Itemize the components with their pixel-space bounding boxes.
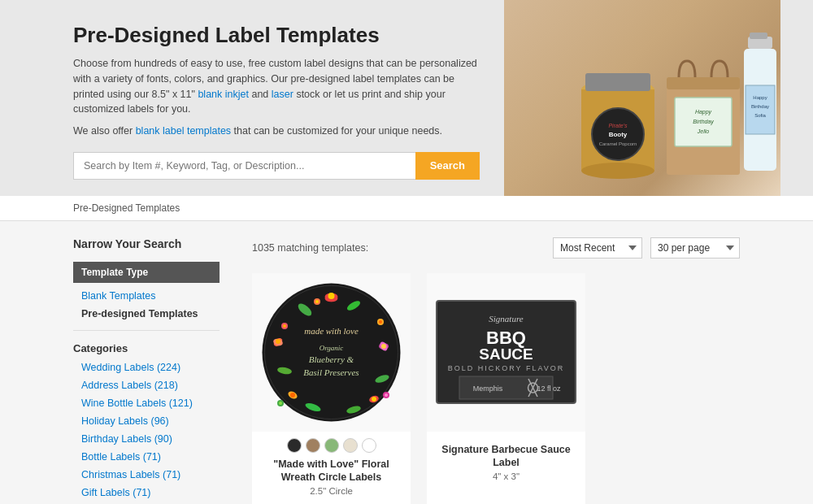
- gift-count: (71): [133, 487, 150, 498]
- hero-illustration: Happy Birthday Jello Pirate's Booty Cara…: [504, 4, 780, 191]
- svg-text:BOLD HICKORY FLAVOR: BOLD HICKORY FLAVOR: [448, 364, 565, 372]
- swatch-green[interactable]: [324, 438, 339, 453]
- holiday-count: (96): [150, 415, 168, 427]
- svg-point-35: [372, 397, 376, 402]
- svg-text:12 fl oz: 12 fl oz: [537, 385, 561, 393]
- bbq-label-svg: Signature BBQ SAUCE BOLD HICKORY FLAVOR …: [435, 299, 577, 405]
- wedding-count: (224): [157, 362, 180, 373]
- per-page-dropdown[interactable]: 30 per page 60 per page 90 per page: [650, 237, 740, 259]
- main-layout: Narrow Your Search Template Type Blank T…: [0, 221, 813, 504]
- sidebar-item-pre-designed[interactable]: Pre-designed Templates: [73, 306, 220, 322]
- svg-point-33: [290, 393, 295, 398]
- svg-text:Memphis: Memphis: [473, 385, 503, 393]
- svg-text:Organic: Organic: [320, 344, 344, 352]
- hero-para2: We also offer blank label templates that…: [73, 124, 480, 139]
- swatch-dark[interactable]: [287, 438, 302, 453]
- christmas-label-text: Christmas Labels: [81, 469, 163, 480]
- floral-label-svg: made with love Organic Blueberry & Basil…: [260, 281, 402, 424]
- svg-text:Basil Preserves: Basil Preserves: [303, 367, 359, 377]
- svg-text:Booty: Booty: [609, 131, 628, 138]
- sidebar-item-christmas[interactable]: Christmas Labels (71): [73, 467, 220, 483]
- svg-point-31: [381, 344, 386, 349]
- search-input[interactable]: [73, 152, 415, 180]
- svg-text:Happy: Happy: [695, 109, 712, 115]
- bbq-name: Signature Barbecue Sauce Label: [427, 443, 585, 470]
- wine-count: (121): [169, 398, 193, 409]
- holiday-label-text: Holiday Labels: [81, 415, 150, 427]
- sidebar-item-wine[interactable]: Wine Bottle Labels (121): [73, 395, 220, 411]
- sidebar-heading: Narrow Your Search: [73, 237, 220, 250]
- svg-text:Pirate's: Pirate's: [608, 123, 628, 128]
- christmas-count: (71): [163, 469, 180, 480]
- template-type-section: Template Type: [73, 262, 220, 283]
- results-count: 1035 matching templates:: [252, 242, 368, 254]
- sidebar-item-address[interactable]: Address Labels (218): [73, 377, 220, 393]
- search-button[interactable]: Search: [415, 152, 480, 180]
- content-header: 1035 matching templates: Most Recent Mos…: [252, 237, 740, 259]
- wedding-label-text: Wedding Labels: [81, 362, 157, 373]
- svg-point-28: [276, 339, 280, 344]
- svg-rect-9: [585, 73, 650, 91]
- address-label-text: Address Labels: [81, 380, 154, 391]
- hero-image: Happy Birthday Jello Pirate's Booty Cara…: [504, 0, 780, 196]
- svg-point-43: [315, 300, 319, 303]
- hero-title: Pre-Designed Label Templates: [73, 23, 480, 48]
- categories-label: Categories: [73, 342, 220, 354]
- hero-and: and: [251, 89, 271, 100]
- hero-para2-start: We also offer: [73, 125, 136, 137]
- floral-name: "Made with Love" Floral Wreath Circle La…: [252, 458, 411, 484]
- hero-section: Pre-Designed Label Templates Choose from…: [0, 0, 813, 196]
- sidebar-item-blank-templates[interactable]: Blank Templates: [73, 288, 220, 304]
- swatch-cream[interactable]: [343, 438, 358, 453]
- svg-rect-16: [746, 85, 775, 134]
- hero-para1: Choose from hundreds of easy to use, fre…: [73, 56, 480, 117]
- swatch-white[interactable]: [362, 438, 376, 453]
- hero-content: Pre-Designed Label Templates Choose from…: [0, 0, 504, 196]
- hero-img-bg: Happy Birthday Jello Pirate's Booty Cara…: [504, 0, 780, 196]
- hero-para2-end: that can be customized for your unique n…: [234, 125, 442, 137]
- bottle-label-text: Bottle Labels: [81, 451, 143, 463]
- svg-text:Happy: Happy: [753, 95, 767, 100]
- birthday-count: (90): [154, 433, 172, 445]
- svg-rect-1: [667, 77, 740, 89]
- search-bar: Search: [73, 152, 480, 180]
- sidebar-item-bottle[interactable]: Bottle Labels (71): [73, 449, 220, 465]
- breadcrumb: Pre-Designed Templates: [0, 196, 813, 221]
- sidebar-item-wedding[interactable]: Wedding Labels (224): [73, 359, 220, 376]
- svg-text:Signature: Signature: [489, 314, 523, 324]
- floral-swatches: [252, 438, 411, 453]
- svg-point-25: [328, 293, 335, 299]
- sidebar-item-holiday[interactable]: Holiday Labels (96): [73, 413, 220, 429]
- laser-link[interactable]: laser: [272, 89, 293, 100]
- svg-text:Birthday: Birthday: [693, 119, 714, 125]
- svg-point-47: [379, 320, 382, 324]
- template-card-bbq[interactable]: Signature BBQ SAUCE BOLD HICKORY FLAVOR …: [427, 273, 585, 504]
- svg-point-51: [279, 402, 282, 405]
- blank-templates-link[interactable]: blank label templates: [136, 125, 231, 137]
- template-type-label: Template Type: [81, 267, 148, 278]
- svg-point-45: [283, 324, 286, 328]
- sort-dropdown[interactable]: Most Recent Most Popular Alphabetical: [553, 237, 642, 259]
- svg-text:Birthday: Birthday: [751, 104, 769, 109]
- sidebar-item-gift[interactable]: Gift Labels (71): [73, 484, 220, 501]
- sidebar-divider: [73, 330, 220, 331]
- template-grid: made with love Organic Blueberry & Basil…: [252, 273, 740, 504]
- content-area: 1035 matching templates: Most Recent Mos…: [236, 221, 740, 504]
- svg-rect-20: [750, 33, 767, 39]
- bbq-size: 4" x 3": [427, 471, 585, 481]
- svg-text:Caramel Popcorn: Caramel Popcorn: [599, 141, 637, 146]
- breadcrumb-label: Pre-Designed Templates: [73, 202, 180, 214]
- template-img-floral: made with love Organic Blueberry & Basil…: [252, 273, 411, 432]
- inkjet-link[interactable]: blank inkjet: [198, 89, 249, 100]
- content-controls: Most Recent Most Popular Alphabetical 30…: [553, 237, 740, 259]
- template-img-bbq: Signature BBQ SAUCE BOLD HICKORY FLAVOR …: [427, 273, 585, 432]
- svg-point-49: [385, 393, 388, 397]
- swatch-tan[interactable]: [306, 438, 320, 453]
- sidebar-item-birthday[interactable]: Birthday Labels (90): [73, 431, 220, 447]
- wine-label-text: Wine Bottle Labels: [81, 398, 169, 409]
- template-card-floral[interactable]: made with love Organic Blueberry & Basil…: [252, 273, 411, 504]
- floral-size: 2.5" Circle: [252, 486, 411, 496]
- sidebar: Narrow Your Search Template Type Blank T…: [73, 221, 236, 504]
- svg-text:Jello: Jello: [697, 128, 710, 134]
- svg-text:SAUCE: SAUCE: [479, 345, 533, 363]
